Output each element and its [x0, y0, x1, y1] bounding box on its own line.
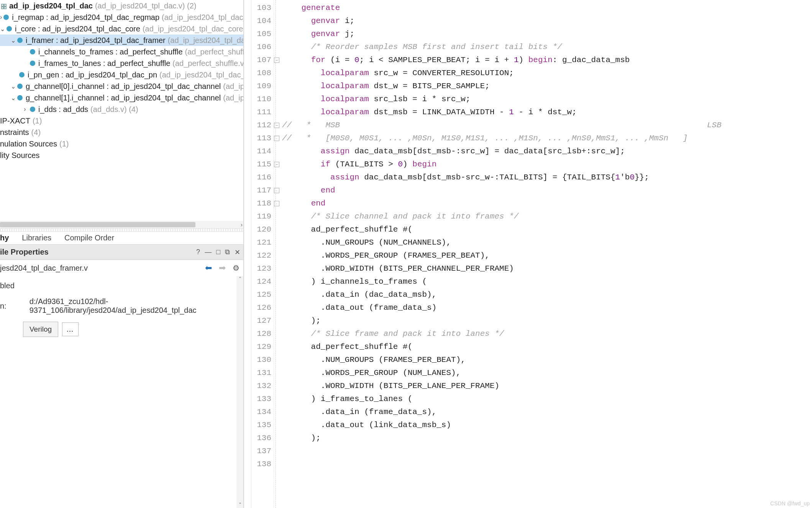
code-line[interactable]: );: [282, 314, 812, 327]
line-number-gutter: 1031041051061071081091101111121131141151…: [251, 0, 274, 508]
scroll-down-icon[interactable]: ˅: [239, 502, 241, 508]
tree-file: (ad_ip_jesd204_tpl_dac_channel.v): [223, 94, 243, 102]
code-editor[interactable]: 1031041051061071081091101111121131141151…: [251, 0, 812, 508]
instance-dot-icon: [19, 72, 25, 77]
tree-row-utility-sources[interactable]: lity Sources: [0, 150, 243, 161]
code-line[interactable]: .data_out (link_data_msb_s): [282, 419, 812, 432]
code-line[interactable]: ) i_frames_to_lanes (: [282, 393, 812, 406]
code-line[interactable]: localparam dst_msb = LINK_DATA_WIDTH - 1…: [282, 106, 812, 119]
tree-row-ch0[interactable]: ⌄ g_channel[0].i_channel : ad_ip_jesd204…: [0, 81, 243, 92]
code-line[interactable]: for (i = 0; i < SAMPLES_PER_BEAT; i = i …: [282, 54, 812, 67]
chevron-down-icon[interactable]: ⌄: [11, 94, 16, 102]
scrollbar-thumb[interactable]: [237, 283, 243, 501]
tree-row-root[interactable]: ad_ip_jesd204_tpl_dac (ad_ip_jesd204_tpl…: [0, 0, 243, 12]
tree-row-constraints[interactable]: nstraints (4): [0, 127, 243, 138]
popout-icon[interactable]: ⧉: [225, 248, 230, 256]
code-line[interactable]: .NUM_GROUPS (NUM_CHANNELS),: [282, 236, 812, 249]
v-scrollbar[interactable]: ˄ ˅: [236, 276, 243, 508]
instance-dot-icon: [17, 38, 23, 43]
tree-row-regmap[interactable]: › i_regmap : ad_ip_jesd204_tpl_dac_regma…: [0, 12, 243, 23]
fold-toggle-icon[interactable]: ·: [274, 201, 279, 206]
code-line[interactable]: .WORDS_PER_GROUP (FRAMES_PER_BEAT),: [282, 249, 812, 262]
fold-toggle-icon[interactable]: −: [274, 162, 279, 167]
gear-icon[interactable]: ⚙: [233, 263, 239, 273]
code-line[interactable]: // * [M0S0, M0S1, ... ,M0Sn, M1S0,M1S1, …: [282, 132, 812, 145]
chevron-down-icon[interactable]: ⌄: [11, 37, 16, 44]
code-line[interactable]: assign dac_data_msb[dst_msb-:src_w] = da…: [282, 145, 812, 158]
language-button[interactable]: Verilog: [23, 322, 58, 337]
code-line[interactable]: localparam src_lsb = i * src_w;: [282, 93, 812, 106]
tree-row-f2l[interactable]: i_frames_to_lanes : ad_perfect_shuffle (…: [0, 58, 243, 69]
code-line[interactable]: .WORDS_PER_GROUP (NUM_LANES),: [282, 367, 812, 380]
tree-row-pn[interactable]: i_pn_gen : ad_ip_jesd204_tpl_dac_pn (ad_…: [0, 69, 243, 81]
pane-divider[interactable]: [0, 229, 243, 232]
close-icon[interactable]: ✕: [235, 248, 240, 256]
tree-row-simulation-sources[interactable]: nulation Sources (1): [0, 138, 243, 150]
code-line[interactable]: genvar j;: [282, 28, 812, 41]
code-line[interactable]: /* Reorder samples MSB first and insert …: [282, 41, 812, 54]
nav-forward-icon[interactable]: ➡: [219, 263, 226, 273]
code-line[interactable]: .WORD_WIDTH (BITS_PER_LANE_PER_FRAME): [282, 380, 812, 393]
code-line[interactable]: /* Slice frame and pack it into lanes */: [282, 327, 812, 340]
code-line[interactable]: .NUM_GROUPS (FRAMES_PER_BEAT),: [282, 353, 812, 367]
prop-language-row: Verilog …: [23, 322, 236, 337]
code-line[interactable]: );: [282, 432, 812, 445]
help-icon[interactable]: ?: [196, 248, 200, 256]
tree-row-ipxact[interactable]: IP-XACT (1): [0, 115, 243, 127]
fold-toggle-icon[interactable]: −: [274, 58, 279, 63]
tab-hierarchy[interactable]: hy: [0, 233, 9, 242]
code-line[interactable]: // * MSB LSB: [282, 119, 812, 132]
h-scrollbar[interactable]: ›: [0, 221, 243, 229]
tree-row-framer[interactable]: ⌄ i_framer : ad_ip_jesd204_tpl_dac_frame…: [0, 35, 243, 46]
code-line[interactable]: genvar i;: [282, 15, 812, 28]
instance-dot-icon: [3, 15, 9, 20]
fold-column[interactable]: −−·−··: [274, 0, 281, 508]
scroll-right-icon[interactable]: ›: [241, 221, 243, 228]
vertical-splitter[interactable]: [244, 0, 251, 508]
code-line[interactable]: localparam src_w = CONVERTER_RESOLUTION;: [282, 67, 812, 80]
code-line[interactable]: .data_in (frame_data_s),: [282, 406, 812, 419]
code-line[interactable]: ad_perfect_shuffle #(: [282, 223, 812, 236]
line-number: 135: [251, 419, 271, 432]
code-line[interactable]: end: [282, 197, 812, 210]
more-button[interactable]: …: [62, 322, 79, 336]
code-line[interactable]: ad_perfect_shuffle #(: [282, 340, 812, 353]
tab-libraries[interactable]: Libraries: [22, 233, 51, 242]
hierarchy-tree[interactable]: ad_ip_jesd204_tpl_dac (ad_ip_jesd204_tpl…: [0, 0, 243, 229]
line-number: 122: [251, 249, 271, 262]
fold-toggle-icon[interactable]: −: [274, 123, 279, 128]
code-line[interactable]: assign dac_data_msb[dst_msb-src_w-:TAIL_…: [282, 171, 812, 184]
tab-compile-order[interactable]: Compile Order: [64, 233, 114, 242]
scroll-up-icon[interactable]: ˄: [239, 276, 241, 282]
code-line[interactable]: end: [282, 184, 812, 197]
tree-label: g_channel[0].i_channel : ad_ip_jesd204_t…: [26, 82, 221, 91]
maximize-icon[interactable]: □: [216, 248, 220, 256]
code-line[interactable]: generate: [282, 2, 812, 15]
code-line[interactable]: ) i_channels_to_frames (: [282, 275, 812, 288]
chevron-down-icon[interactable]: ⌄: [11, 83, 16, 90]
tree-row-c2f[interactable]: i_channels_to_frames : ad_perfect_shuffl…: [0, 46, 243, 58]
line-number: 126: [251, 301, 271, 314]
code-line[interactable]: /* Slice channel and pack it into frames…: [282, 210, 812, 223]
code-line[interactable]: localparam dst_w = BITS_PER_SAMPLE;: [282, 80, 812, 93]
line-number: 111: [251, 106, 271, 119]
chevron-right-icon[interactable]: ›: [21, 106, 28, 113]
code-line[interactable]: if (TAIL_BITS > 0) begin: [282, 158, 812, 171]
tree-file: (ad_dds.v) (4): [90, 105, 138, 114]
chevron-down-icon[interactable]: ⌄: [0, 25, 5, 33]
code-content[interactable]: generate genvar i; genvar j; /* Reorder …: [281, 0, 812, 508]
code-line[interactable]: .WORD_WIDTH (BITS_PER_CHANNEL_PER_FRAME): [282, 262, 812, 275]
tree-row-ch1[interactable]: ⌄ g_channel[1].i_channel : ad_ip_jesd204…: [0, 92, 243, 104]
code-line[interactable]: .data_out (frame_data_s): [282, 301, 812, 314]
tree-row-dds[interactable]: › i_dds : ad_dds (ad_dds.v) (4): [0, 104, 243, 115]
tree-file: (ad_ip_jesd204_tpl_dac_core.v) (4): [143, 25, 243, 33]
minimize-icon[interactable]: —: [205, 248, 212, 256]
nav-back-icon[interactable]: ⬅: [205, 263, 212, 273]
tree-row-core[interactable]: ⌄ i_core : ad_ip_jesd204_tpl_dac_core (a…: [0, 23, 243, 35]
chevron-right-icon[interactable]: ›: [0, 14, 2, 21]
fold-toggle-icon[interactable]: ·: [274, 188, 279, 193]
code-line[interactable]: .data_in (dac_data_msb),: [282, 288, 812, 301]
fold-toggle-icon[interactable]: ·: [274, 136, 279, 141]
scrollbar-thumb[interactable]: [0, 222, 195, 227]
properties-panel: ile Properties ? — □ ⧉ ✕ jesd204_tpl_dac…: [0, 245, 243, 508]
